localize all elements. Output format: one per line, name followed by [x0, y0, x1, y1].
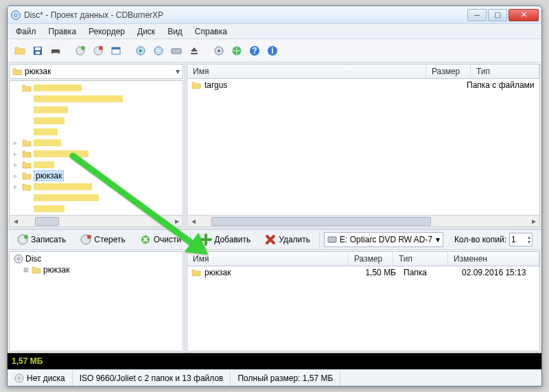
- disc-add-icon[interactable]: [72, 43, 89, 59]
- disc-icon: [14, 373, 24, 383]
- copies-spinner[interactable]: 1▴▾: [509, 233, 533, 246]
- erase-button[interactable]: Стереть: [75, 231, 130, 248]
- col-modified[interactable]: Изменен: [448, 252, 539, 266]
- drive-icon[interactable]: [168, 43, 185, 59]
- source-list[interactable]: targus Папка с файлами ◂▸: [187, 79, 540, 227]
- window-icon[interactable]: [108, 43, 124, 59]
- project-folder[interactable]: ⊞рюкзак: [14, 264, 181, 275]
- folder-icon: [191, 268, 201, 277]
- col-size[interactable]: Размер: [426, 65, 471, 78]
- menu-help[interactable]: Справка: [189, 25, 233, 38]
- menu-file[interactable]: Файл: [10, 25, 42, 38]
- drive-icon: [327, 235, 337, 244]
- svg-point-9: [81, 46, 85, 50]
- disc-play-icon[interactable]: [132, 43, 149, 59]
- settings-icon[interactable]: [211, 43, 227, 59]
- col-type[interactable]: Тип: [471, 65, 539, 78]
- drive-selector[interactable]: E: Optiarc DVD RW AD-7280 ▾: [324, 232, 443, 247]
- col-type[interactable]: Тип: [393, 252, 448, 266]
- source-path-label: рюкзак: [25, 67, 51, 76]
- eject-icon[interactable]: [186, 43, 202, 59]
- status-filesystem: ISO 9660/Joliet с 2 папок и 13 файлов: [73, 370, 231, 386]
- svg-rect-3: [35, 47, 40, 50]
- svg-text:i: i: [271, 46, 273, 56]
- tree-horizontal-scrollbar[interactable]: ◂▸: [10, 215, 183, 227]
- menu-view[interactable]: Вид: [162, 25, 188, 38]
- svg-rect-17: [172, 49, 181, 54]
- action-bar: Записать Стереть Очисти Добавить Удалить…: [8, 229, 541, 250]
- status-bar: Нет диска ISO 9660/Joliet с 2 папок и 13…: [8, 369, 541, 386]
- source-tree-selected[interactable]: ▹рюкзак: [14, 170, 181, 181]
- menu-edit[interactable]: Правка: [43, 25, 82, 38]
- main-toolbar: ? i: [8, 39, 541, 62]
- source-pane: рюкзак ▾ ▹ ▹ ▹ ▹рюкзак ▹: [8, 62, 541, 229]
- disc-info-icon[interactable]: [150, 43, 167, 59]
- project-root[interactable]: Disc: [14, 253, 181, 264]
- svg-rect-7: [53, 53, 58, 55]
- app-window: Disc* - Проект данных - CDBurnerXP ─ ▢ ✕…: [7, 5, 542, 387]
- col-name[interactable]: Имя: [187, 65, 426, 78]
- status-total-size: Полный размер: 1,57 МБ: [231, 370, 340, 386]
- svg-point-11: [99, 46, 103, 50]
- folder-icon: [191, 81, 201, 89]
- help-icon[interactable]: ?: [246, 43, 263, 59]
- size-progress-bar: 1,57 МБ: [8, 353, 541, 369]
- progress-size-label: 1,57 МБ: [12, 356, 43, 366]
- add-button[interactable]: Добавить: [195, 231, 255, 248]
- app-icon: [10, 10, 21, 21]
- col-name[interactable]: Имя: [187, 252, 349, 266]
- svg-rect-4: [36, 51, 40, 54]
- project-tree[interactable]: Disc ⊞рюкзак: [9, 251, 183, 351]
- svg-point-16: [158, 49, 160, 51]
- status-no-disc: Нет диска: [8, 370, 73, 386]
- project-pane: Disc ⊞рюкзак Имя Размер Тип Изменен рюкз…: [8, 250, 541, 353]
- remove-button[interactable]: Удалить: [259, 231, 315, 248]
- open-icon[interactable]: [12, 43, 28, 59]
- window-title: Disc* - Проект данных - CDBurnerXP: [24, 10, 466, 20]
- source-path-bar[interactable]: рюкзак ▾: [9, 64, 183, 79]
- source-list-panel: Имя Размер Тип targus Папка с файлами ◂▸: [185, 62, 541, 229]
- menu-disc[interactable]: Диск: [132, 25, 161, 38]
- minimize-button[interactable]: ─: [467, 9, 487, 21]
- project-list-panel: Имя Размер Тип Изменен рюкзак 1,50 МБ Па…: [185, 250, 541, 353]
- col-size[interactable]: Размер: [349, 252, 393, 266]
- copies-control: Кол-во копий: 1▴▾: [454, 233, 533, 246]
- list-item[interactable]: рюкзак 1,50 МБ Папка 02.09.2016 15:13: [187, 266, 539, 279]
- svg-rect-32: [328, 237, 336, 242]
- svg-rect-13: [112, 47, 120, 49]
- web-icon[interactable]: [229, 43, 245, 59]
- disc-remove-icon[interactable]: [90, 43, 106, 59]
- folder-icon: [12, 67, 22, 76]
- svg-point-30: [87, 235, 91, 239]
- item-type: Папка: [404, 268, 458, 277]
- content-area: рюкзак ▾ ▹ ▹ ▹ ▹рюкзак ▹: [8, 62, 541, 386]
- svg-rect-6: [53, 47, 58, 49]
- burn-button[interactable]: Записать: [12, 231, 71, 248]
- disc-icon: [14, 254, 23, 264]
- chevron-down-icon[interactable]: ▾: [176, 67, 180, 76]
- svg-point-34: [18, 258, 20, 260]
- project-list-header: Имя Размер Тип Изменен: [187, 251, 540, 266]
- item-type: Папка с файлами: [467, 80, 535, 90]
- print-icon[interactable]: [47, 43, 64, 59]
- title-bar: Disc* - Проект данных - CDBurnerXP ─ ▢ ✕: [8, 6, 541, 24]
- menu-bar: Файл Правка Рекордер Диск Вид Справка: [8, 24, 541, 39]
- close-button[interactable]: ✕: [509, 9, 539, 21]
- list-item[interactable]: targus Папка с файлами: [187, 79, 539, 91]
- folder-icon: [32, 266, 41, 274]
- project-list[interactable]: рюкзак 1,50 МБ Папка 02.09.2016 15:13: [187, 266, 540, 351]
- svg-point-27: [21, 238, 24, 241]
- list-horizontal-scrollbar[interactable]: ◂▸: [187, 215, 539, 227]
- menu-recorder[interactable]: Рекордер: [83, 25, 130, 38]
- item-name: targus: [205, 80, 419, 90]
- item-name: рюкзак: [205, 268, 354, 277]
- svg-point-1: [14, 14, 17, 16]
- project-tree-panel: Disc ⊞рюкзак: [8, 250, 185, 353]
- save-icon[interactable]: [30, 43, 46, 59]
- item-modified: 02.09.2016 15:13: [462, 268, 535, 277]
- clear-button[interactable]: Очисти: [135, 231, 187, 248]
- source-tree[interactable]: ▹ ▹ ▹ ▹рюкзак ▹ ◂▸: [9, 80, 183, 227]
- maximize-button[interactable]: ▢: [488, 9, 507, 21]
- about-icon[interactable]: i: [264, 43, 281, 59]
- svg-point-28: [24, 235, 28, 239]
